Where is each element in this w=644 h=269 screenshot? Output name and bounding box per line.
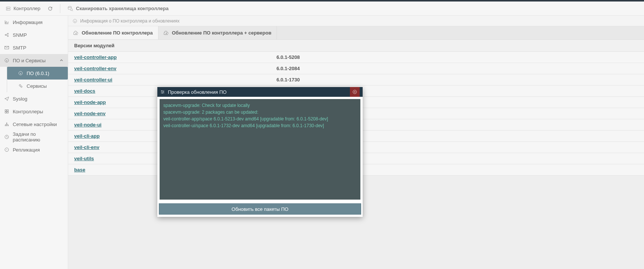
terminal-line: veil-controller-app/space 6.0.1-5213-dev…	[163, 116, 357, 122]
modal-title: Проверка обновления ПО	[168, 89, 227, 95]
sidebar-item-information[interactable]: Информация	[0, 16, 68, 29]
sidebar-item-label: ПО и Сервисы	[13, 58, 46, 63]
close-icon	[353, 90, 357, 94]
modal-close-button[interactable]	[350, 87, 360, 97]
svg-rect-1	[6, 9, 10, 10]
tab-label: Обновление ПО контроллера	[82, 30, 153, 36]
svg-point-12	[19, 84, 21, 86]
module-version: 6.0.1-2084	[276, 66, 300, 71]
info-icon	[18, 71, 23, 75]
sidebar: Информация SNMP SMTP ПО и Сервисы ПО (6.…	[0, 16, 68, 269]
svg-rect-16	[5, 112, 7, 113]
module-name-link[interactable]: veil-controller-ui	[74, 77, 276, 83]
svg-rect-17	[7, 112, 9, 113]
sidebar-item-label: SNMP	[13, 32, 27, 38]
modules-section-title: Версии модулей	[68, 40, 644, 52]
grid-icon	[4, 109, 9, 114]
page-title: Информация о ПО контроллера и обновления…	[80, 18, 179, 24]
chart-icon	[4, 20, 9, 24]
svg-point-20	[8, 125, 9, 126]
svg-point-27	[163, 92, 164, 92]
sliders-icon	[160, 90, 165, 94]
chevron-up-icon	[60, 59, 63, 62]
sidebar-item-smtp[interactable]: SMTP	[0, 41, 68, 54]
svg-rect-15	[7, 110, 9, 111]
module-version: 6.0.1-5208	[276, 54, 300, 60]
module-row: veil-controller-ui6.0.1-1730	[68, 74, 644, 86]
sidebar-item-controllers[interactable]: Контроллеры	[0, 105, 68, 118]
svg-point-4	[68, 6, 72, 8]
module-name-link[interactable]: veil-controller-app	[74, 54, 276, 60]
svg-point-21	[6, 123, 7, 123]
tab-update-controller[interactable]: Обновление ПО контроллера	[68, 26, 158, 39]
terminal-line: veil-controller-ui/space 6.0.1-1732-dev …	[163, 122, 357, 129]
sidebar-item-label: Сетевые настройки	[13, 122, 57, 127]
modal-actions: Обновить все пакеты ПО	[157, 202, 363, 217]
svg-point-28	[162, 93, 163, 93]
svg-point-18	[5, 125, 6, 126]
module-row: veil-controller-env6.0.1-2084	[68, 63, 644, 74]
refresh-icon	[48, 6, 52, 11]
terminal-line: spacevm-upgrade: 2 packages can be updat…	[163, 109, 357, 116]
tabs: Обновление ПО контроллера Обновление ПО …	[68, 26, 644, 40]
gears-icon	[18, 84, 23, 88]
scan-storages-button[interactable]: Сканировать хранилища контроллера	[66, 4, 171, 13]
sidebar-item-label: Задачи по расписанию	[13, 131, 63, 143]
cloud-download-icon	[73, 31, 79, 35]
terminal-line: spacevm-upgrade: Check for update locall…	[163, 102, 357, 109]
toolbar-divider	[60, 4, 60, 13]
tab-update-controller-servers[interactable]: Обновление ПО контроллера + серверов	[158, 26, 277, 39]
svg-point-2	[7, 7, 7, 8]
sidebar-item-label: Репликация	[13, 147, 40, 153]
svg-rect-0	[6, 7, 10, 8]
sidebar-item-label: Контроллеры	[13, 109, 43, 114]
svg-point-13	[21, 86, 22, 87]
modal-header[interactable]: Проверка обновления ПО	[157, 87, 363, 97]
sidebar-item-label: SMTP	[13, 45, 26, 51]
svg-rect-14	[5, 110, 7, 111]
network-icon	[4, 122, 9, 126]
svg-point-8	[7, 36, 9, 37]
cloud-download-icon	[164, 31, 169, 35]
sidebar-submenu: ПО (6.0.1) Сервисы	[7, 67, 68, 92]
sidebar-sub-software[interactable]: ПО (6.0.1)	[7, 67, 68, 80]
sidebar-item-syslog[interactable]: Syslog	[0, 92, 68, 105]
controller-label: Контроллер	[13, 6, 40, 11]
update-all-packages-button[interactable]: Обновить все пакеты ПО	[159, 203, 361, 215]
sidebar-sub-services[interactable]: Сервисы	[7, 80, 68, 92]
toolbar: Контроллер Сканировать хранилища контрол…	[0, 2, 644, 16]
replication-icon	[4, 147, 9, 152]
svg-point-6	[5, 35, 6, 36]
info-icon	[4, 58, 9, 63]
module-version: 6.0.1-1730	[276, 77, 300, 83]
sidebar-sub-label: Сервисы	[27, 83, 47, 89]
module-name-link[interactable]: veil-controller-env	[74, 66, 276, 71]
paper-plane-icon	[4, 96, 9, 101]
controller-button[interactable]: Контроллер	[4, 4, 43, 13]
sidebar-sub-label: ПО (6.0.1)	[27, 71, 49, 76]
svg-point-7	[7, 33, 9, 35]
svg-point-26	[161, 90, 162, 91]
clock-icon	[4, 135, 9, 139]
info-icon	[73, 19, 77, 23]
svg-point-5	[70, 9, 72, 11]
sidebar-item-snmp[interactable]: SNMP	[0, 29, 68, 41]
sidebar-item-network[interactable]: Сетевые настройки	[0, 118, 68, 131]
mail-icon	[4, 45, 9, 50]
share-icon	[4, 33, 9, 37]
sidebar-item-label: Syslog	[13, 96, 27, 102]
update-check-modal: Проверка обновления ПО spacevm-upgrade: …	[157, 87, 363, 217]
refresh-button[interactable]	[46, 5, 55, 12]
sidebar-item-replication[interactable]: Репликация	[0, 143, 68, 156]
sidebar-item-label: Информация	[13, 20, 43, 25]
tab-label: Обновление ПО контроллера + серверов	[172, 30, 272, 36]
terminal-output: spacevm-upgrade: Check for update locall…	[160, 99, 360, 200]
server-icon	[6, 6, 10, 11]
scan-label: Сканировать хранилища контроллера	[76, 6, 169, 11]
page-head: Информация о ПО контроллера и обновления…	[68, 16, 644, 26]
sidebar-item-schedule[interactable]: Задачи по расписанию	[0, 131, 68, 143]
svg-point-3	[7, 9, 7, 10]
svg-point-19	[6, 125, 7, 126]
sidebar-item-software-services[interactable]: ПО и Сервисы	[0, 54, 68, 67]
modal-body: spacevm-upgrade: Check for update locall…	[157, 97, 363, 202]
